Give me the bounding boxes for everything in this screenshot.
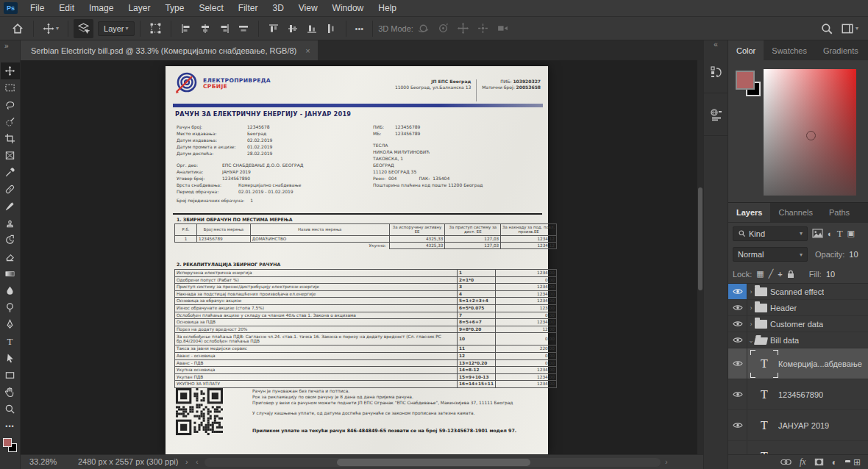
visibility-eye-icon[interactable]: [728, 332, 747, 348]
menu-image[interactable]: Image: [82, 0, 121, 16]
visibility-eye-icon[interactable]: [728, 410, 747, 440]
filter-adjustment-layers-icon[interactable]: ◐: [828, 229, 833, 238]
chevron-right-icon[interactable]: ›: [747, 321, 755, 328]
lasso-tool[interactable]: [1, 96, 20, 113]
visibility-eye-icon[interactable]: [728, 348, 747, 379]
history-panel-icon[interactable]: [704, 51, 729, 93]
tab-gradients[interactable]: Gradients: [815, 40, 867, 60]
align-options-more-icon[interactable]: •••: [352, 19, 368, 38]
align-right-edges-icon[interactable]: [215, 19, 234, 38]
new-layer-icon[interactable]: ⊞: [853, 457, 861, 468]
adjustment-layer-icon[interactable]: ◐: [832, 457, 837, 468]
chevron-right-icon[interactable]: ›: [747, 304, 755, 312]
canvas-vertical-scrollbar[interactable]: [697, 60, 703, 454]
scrollbar-thumb[interactable]: [698, 187, 702, 290]
visibility-eye-icon[interactable]: [728, 284, 747, 299]
3d-roll-icon[interactable]: [433, 19, 453, 38]
lock-position-icon[interactable]: +: [778, 270, 782, 279]
layer-row-text[interactable]: T ЈАНУАР 2019: [728, 410, 868, 441]
auto-select-icon[interactable]: [74, 19, 93, 38]
scroll-right-icon[interactable]: ›: [665, 457, 668, 466]
distribute-horizontal-icon[interactable]: [234, 19, 253, 38]
tab-swatches[interactable]: Swatches: [764, 40, 815, 60]
align-horizontal-centers-icon[interactable]: [196, 19, 215, 38]
zoom-tool[interactable]: [1, 401, 20, 418]
text-layer-thumbnail[interactable]: T: [753, 353, 775, 375]
foreground-color-swatch[interactable]: [3, 438, 12, 447]
close-icon[interactable]: ×: [305, 46, 310, 55]
fill-value[interactable]: 10: [826, 270, 835, 279]
layer-row-selected-text[interactable]: T Комерција...абдевање: [728, 348, 868, 379]
eyedropper-tool[interactable]: [1, 164, 20, 181]
layer-name[interactable]: 1234567890: [778, 390, 823, 399]
tab-paths[interactable]: Paths: [821, 203, 858, 222]
rectangle-tool[interactable]: [1, 367, 20, 384]
layer-name[interactable]: ЈАНУАР 2019: [778, 421, 829, 430]
layer-name[interactable]: Customer data: [770, 320, 823, 329]
zoom-level[interactable]: 33.28%: [29, 457, 57, 466]
layer-row-partial[interactable]: T: [728, 441, 868, 455]
text-layer-thumbnail[interactable]: T: [753, 384, 775, 406]
visibility-eye-icon[interactable]: [728, 379, 747, 409]
scrollbar-thumb[interactable]: [337, 459, 530, 466]
layer-row-customer-data[interactable]: › Customer data: [728, 316, 868, 332]
visibility-eye-icon[interactable]: [728, 316, 747, 332]
status-popup-icon[interactable]: ›: [185, 457, 188, 466]
history-brush-tool[interactable]: [1, 232, 20, 248]
filter-shape-layers-icon[interactable]: ▣: [847, 229, 855, 238]
filter-type-layers-icon[interactable]: T: [837, 228, 843, 240]
color-field[interactable]: [764, 69, 856, 196]
menu-window[interactable]: Window: [325, 0, 371, 16]
layer-style-icon[interactable]: fx: [800, 457, 806, 468]
menu-view[interactable]: View: [291, 0, 325, 16]
layer-name[interactable]: Header: [770, 304, 797, 312]
menu-edit[interactable]: Edit: [51, 0, 82, 16]
auto-select-target-dropdown[interactable]: Layer ▾: [98, 21, 135, 36]
menu-3d[interactable]: 3D: [265, 0, 291, 16]
text-layer-thumbnail[interactable]: T: [753, 445, 775, 456]
crop-tool[interactable]: [1, 130, 20, 147]
menu-file[interactable]: File: [23, 0, 51, 16]
filter-kind-dropdown[interactable]: Kind ▾: [733, 226, 808, 241]
3d-orbit-icon[interactable]: [413, 19, 433, 38]
clone-stamp-tool[interactable]: [1, 215, 20, 232]
blend-mode-dropdown[interactable]: Normal ▾: [733, 247, 808, 262]
layer-row-header[interactable]: › Header: [728, 300, 868, 316]
layer-row-bill-data[interactable]: ⌄ Bill data: [728, 332, 868, 348]
visibility-eye-icon[interactable]: [728, 300, 747, 315]
align-left-edges-icon[interactable]: [177, 19, 196, 38]
color-swatches[interactable]: [2, 437, 18, 454]
blur-tool[interactable]: [1, 282, 20, 299]
layer-row-scanned-effect[interactable]: › Scanned effect: [728, 284, 868, 300]
distribute-vertical-icon[interactable]: [321, 19, 341, 38]
menu-select[interactable]: Select: [191, 0, 230, 16]
gradient-tool[interactable]: [1, 265, 20, 282]
dodge-tool[interactable]: [1, 299, 20, 316]
text-layer-thumbnail[interactable]: T: [753, 415, 775, 437]
collapse-panels-icon[interactable]: «: [704, 40, 728, 51]
align-top-edges-icon[interactable]: [264, 19, 283, 38]
canvas-horizontal-scrollbar[interactable]: [204, 458, 661, 467]
search-icon[interactable]: [817, 19, 837, 38]
lock-all-icon[interactable]: [787, 270, 794, 279]
layer-row-text[interactable]: T 1234567890: [728, 379, 868, 410]
align-bottom-edges-icon[interactable]: [302, 19, 321, 38]
layer-name[interactable]: Комерција...абдевање: [778, 359, 862, 368]
foreground-color-swatch[interactable]: [736, 71, 755, 90]
rectangular-marquee-tool[interactable]: [1, 79, 20, 96]
brush-tool[interactable]: [1, 198, 20, 215]
pen-tool[interactable]: [1, 316, 20, 333]
home-icon[interactable]: [7, 19, 28, 38]
move-tool[interactable]: [1, 62, 20, 79]
show-transform-controls-icon[interactable]: [146, 19, 166, 38]
menu-filter[interactable]: Filter: [231, 0, 266, 16]
quick-selection-tool[interactable]: [1, 113, 20, 130]
tab-color[interactable]: Color: [728, 40, 764, 60]
menu-type[interactable]: Type: [157, 0, 191, 16]
lock-paint-icon[interactable]: ╱: [769, 269, 774, 279]
healing-brush-tool[interactable]: [1, 181, 20, 198]
opacity-value[interactable]: 10: [849, 250, 858, 259]
3d-slide-icon[interactable]: [473, 19, 493, 38]
hand-tool[interactable]: [1, 384, 20, 401]
lock-transparency-icon[interactable]: ▦: [756, 269, 764, 279]
